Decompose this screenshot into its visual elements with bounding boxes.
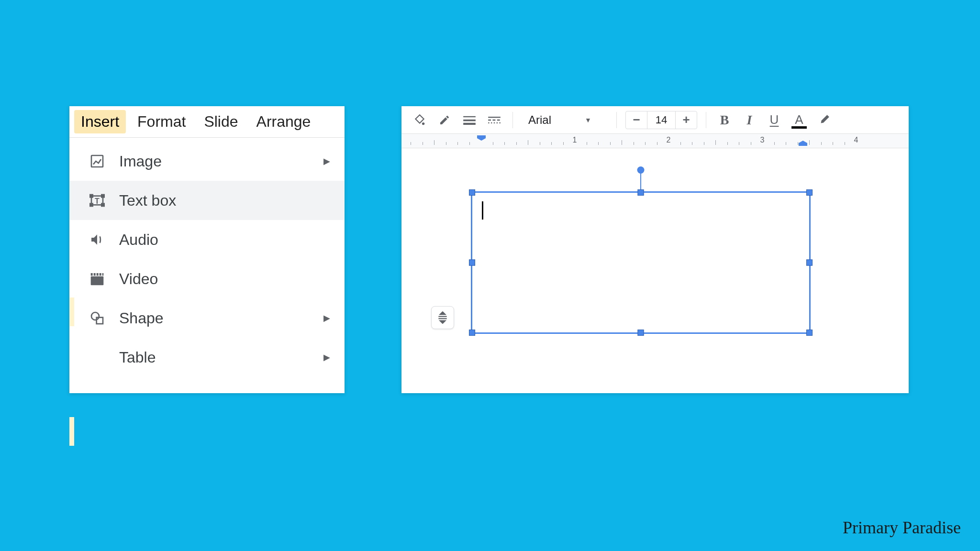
border-color-button[interactable] (435, 110, 454, 130)
resize-handle-ml[interactable] (469, 260, 475, 266)
toolbar-divider (706, 112, 706, 128)
svg-point-13 (91, 312, 99, 320)
slide-sliver (69, 298, 74, 326)
svg-rect-7 (91, 276, 104, 286)
svg-rect-14 (97, 318, 103, 324)
rotate-connector (640, 173, 641, 192)
toolbar-divider (512, 112, 513, 128)
border-dash-button[interactable] (485, 110, 504, 130)
svg-rect-25 (799, 143, 807, 146)
highlight-button[interactable] (814, 110, 834, 130)
video-icon (89, 270, 106, 287)
svg-rect-11 (100, 273, 101, 276)
chevron-right-icon: ▶ (323, 352, 330, 363)
svg-rect-18 (463, 122, 476, 124)
menu-item-textbox[interactable]: T Text box (69, 181, 345, 220)
menu-item-table[interactable]: Table ▶ (69, 338, 345, 377)
svg-rect-0 (91, 155, 103, 167)
font-size-group: − 14 + (625, 111, 697, 129)
resize-handle-tr[interactable] (806, 189, 813, 196)
menu-item-shape[interactable]: Shape ▶ (69, 298, 345, 338)
svg-rect-6 (101, 204, 104, 206)
menu-item-video[interactable]: Video (69, 259, 345, 298)
slide-canvas[interactable] (401, 148, 909, 393)
svg-marker-29 (440, 321, 445, 323)
chevron-right-icon: ▶ (323, 156, 330, 166)
shape-icon (89, 309, 106, 327)
menu-item-label: Image (119, 153, 323, 170)
menu-insert[interactable]: Insert (74, 110, 126, 133)
svg-rect-12 (102, 273, 104, 276)
watermark: Primary Paradise (843, 518, 961, 538)
text-color-button[interactable]: A (790, 110, 809, 130)
toolbar-divider (616, 112, 617, 128)
audio-icon (89, 231, 106, 248)
svg-rect-8 (91, 273, 93, 276)
resize-handle-bm[interactable] (638, 330, 644, 336)
resize-handle-bl[interactable] (469, 330, 475, 336)
svg-rect-17 (463, 119, 476, 121)
ruler-mark: 1 (573, 136, 577, 144)
text-cursor (482, 201, 483, 220)
svg-rect-10 (97, 273, 99, 276)
font-name: Arial (528, 113, 551, 127)
svg-text:T: T (95, 197, 100, 205)
formatting-toolbar: Arial ▼ − 14 + B I U A (401, 106, 909, 134)
editor-panel: Arial ▼ − 14 + B I U A 1 2 3 4 (401, 106, 909, 393)
font-size-decrease[interactable]: − (626, 111, 647, 129)
rotate-handle[interactable] (637, 166, 645, 174)
menu-item-label: Video (119, 270, 330, 288)
image-icon (89, 153, 106, 170)
menu-item-label: Shape (119, 309, 323, 327)
svg-rect-5 (90, 204, 92, 206)
ruler-mark: 4 (854, 136, 858, 144)
font-size-input[interactable]: 14 (647, 111, 676, 129)
horizontal-ruler[interactable]: 1 2 3 4 (401, 134, 909, 148)
menu-arrange[interactable]: Arrange (250, 110, 318, 133)
italic-button[interactable]: I (740, 110, 759, 130)
selected-textbox[interactable] (471, 191, 811, 334)
fill-color-button[interactable] (410, 110, 429, 130)
textbox-icon: T (89, 192, 106, 209)
text-color-swatch (791, 126, 807, 129)
menu-item-label: Text box (119, 192, 330, 209)
menu-item-label: Audio (119, 231, 330, 249)
svg-rect-16 (463, 116, 476, 117)
svg-rect-3 (90, 195, 92, 197)
border-weight-button[interactable] (460, 110, 479, 130)
menu-item-image[interactable]: Image ▶ (69, 142, 345, 181)
right-indent-marker[interactable] (799, 139, 807, 148)
menu-format[interactable]: Format (131, 110, 192, 133)
slide-sliver (69, 417, 74, 446)
font-family-select[interactable]: Arial ▼ (522, 113, 608, 127)
svg-marker-26 (440, 312, 445, 314)
resize-handle-br[interactable] (806, 330, 813, 336)
svg-marker-24 (799, 141, 807, 143)
ruler-mark: 3 (760, 136, 765, 144)
first-line-indent-marker[interactable] (477, 134, 486, 143)
svg-rect-22 (477, 135, 486, 138)
svg-rect-9 (94, 273, 96, 276)
resize-handle-mr[interactable] (806, 260, 813, 266)
resize-handle-tm[interactable] (638, 189, 644, 196)
svg-point-15 (422, 122, 424, 124)
insert-menu-panel: Insert Format Slide Arrange Image ▶ T Te… (69, 106, 345, 393)
underline-button[interactable]: U (765, 110, 784, 130)
menubar: Insert Format Slide Arrange (69, 106, 345, 138)
chevron-right-icon: ▶ (323, 313, 330, 323)
menu-item-label: Table (119, 349, 323, 366)
svg-rect-4 (101, 195, 104, 197)
bold-button[interactable]: B (715, 110, 734, 130)
svg-marker-23 (477, 138, 486, 141)
chevron-down-icon: ▼ (585, 116, 591, 124)
text-color-letter: A (795, 112, 803, 127)
menu-item-audio[interactable]: Audio (69, 220, 345, 259)
insert-dropdown: Image ▶ T Text box Audio Video Shap (69, 138, 345, 381)
resize-handle-tl[interactable] (469, 189, 475, 196)
ruler-mark: 2 (667, 136, 671, 144)
menu-slide[interactable]: Slide (197, 110, 245, 133)
resize-vertical-button[interactable] (431, 306, 454, 329)
font-size-increase[interactable]: + (676, 111, 697, 129)
